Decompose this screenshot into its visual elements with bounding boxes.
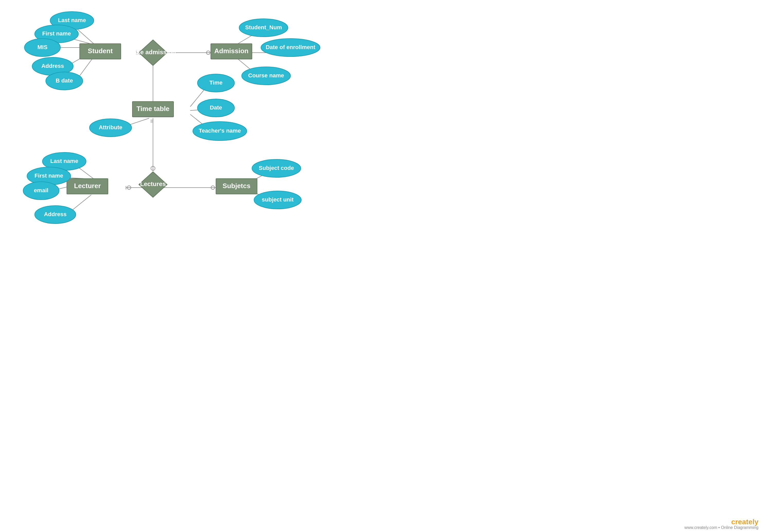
attr-student-address-label: Address (41, 63, 64, 69)
attr-student-bdate-label: B date (56, 77, 73, 84)
attr-tt-attribute-label: Attribute (99, 124, 122, 131)
attr-student-last-label: Last name (58, 17, 86, 23)
entity-admission-label: Admission (215, 47, 249, 55)
entity-subjetcs-label: Subjetcs (223, 182, 250, 190)
attr-admission-course-label: Course name (248, 72, 284, 79)
attr-lec-email-label: email (34, 187, 48, 194)
entity-lecturer-label: Lecturer (74, 182, 101, 190)
attr-student-mis-label: MIS (37, 44, 47, 50)
attr-sub-code-label: Subject code (259, 165, 294, 171)
watermark-sub: www.creately.com • Online Diagramming (684, 525, 759, 530)
entity-student-label: Student (88, 47, 113, 55)
attr-admission-date-label: Date of enrollment (265, 44, 315, 50)
er-diagram: Student Admission Time table Lecturer Su… (0, 0, 779, 532)
attr-tt-date-label: Date (210, 104, 222, 111)
attr-student-first-label: First name (42, 30, 71, 37)
relationship-lectures-label: Lectures (140, 181, 166, 187)
entity-timetable-label: Time table (136, 105, 169, 113)
attr-tt-teacher-label: Teacher's name (199, 128, 241, 134)
relationship-take-admission-label: Take admission (130, 49, 176, 56)
attr-admission-num-label: Student_Num (245, 24, 282, 30)
attr-tt-time-label: Time (209, 79, 223, 86)
watermark-brand: creately (731, 518, 759, 526)
attr-lec-first-label: First name (35, 173, 63, 179)
attr-sub-unit-label: subject unit (262, 196, 294, 203)
attr-lec-address-label: Address (44, 211, 67, 217)
attr-lec-last-label: Last name (50, 158, 78, 164)
